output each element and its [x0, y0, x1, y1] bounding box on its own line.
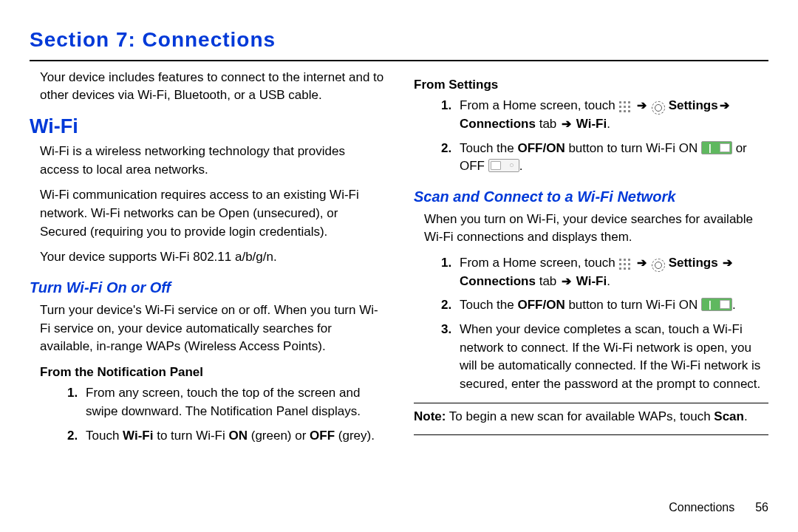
arrow-icon: ➔ [635, 254, 648, 271]
list-item: From a Home screen, touch ➔ Settings➔ Co… [455, 97, 768, 133]
list-item: When your device completes a scan, touch… [455, 321, 768, 394]
arrow-icon: ➔ [718, 97, 731, 114]
page-footer: Connections56 [669, 499, 768, 516]
wifi-desc-1: Wi-Fi is a wireless networking technolog… [30, 143, 384, 179]
list-item: Touch Wi-Fi to turn Wi-Fi ON (green) or … [81, 427, 384, 446]
two-column-layout: Your device includes features to connect… [30, 69, 768, 451]
bold-text: ON [229, 429, 248, 443]
bold-text: OFF/ON [517, 298, 565, 312]
bold-text: Wi-Fi [576, 274, 607, 288]
bold-text: Settings [669, 98, 718, 112]
left-column: Your device includes features to connect… [30, 69, 384, 451]
list-item: Touch the OFF/ON button to turn Wi-Fi ON… [455, 140, 768, 176]
turn-wifi-heading: Turn Wi-Fi On or Off [30, 277, 384, 299]
note-rule-top [414, 403, 768, 403]
scan-paragraph: When you turn on Wi-Fi, your device sear… [414, 211, 768, 247]
step-text: button to turn Wi-Fi ON [565, 141, 701, 155]
settings-gear-icon [652, 259, 665, 272]
bold-text: Connections [460, 274, 536, 288]
notification-panel-heading: From the Notification Panel [40, 364, 384, 382]
note-body: To begin a new scan for available WAPs, … [446, 409, 714, 423]
title-rule [30, 60, 768, 61]
list-item: From a Home screen, touch ➔ Settings ➔ C… [455, 254, 768, 290]
arrow-icon: ➔ [560, 115, 573, 132]
wifi-desc-3: Your device supports Wi-Fi 802.11 a/b/g/… [30, 248, 384, 267]
wifi-desc-2: Wi-Fi communication requires access to a… [30, 186, 384, 241]
note-rule-bottom [414, 434, 768, 435]
scan-steps: From a Home screen, touch ➔ Settings ➔ C… [414, 254, 768, 393]
arrow-icon: ➔ [560, 273, 573, 290]
bold-text: OFF [310, 429, 335, 443]
bold-text: Settings [669, 256, 718, 270]
step-text: Touch the [460, 141, 517, 155]
step-text: tab [536, 274, 560, 288]
bold-text: Scan [714, 409, 744, 423]
toggle-off-icon [488, 159, 519, 172]
section-title: Section 7: Connections [30, 25, 768, 55]
intro-paragraph: Your device includes features to connect… [30, 69, 384, 105]
apps-grid-icon [618, 258, 632, 271]
step-text: tab [536, 117, 560, 131]
right-column: From Settings From a Home screen, touch … [414, 69, 768, 451]
note-line: Note: To begin a new scan for available … [414, 408, 768, 426]
step-text: Touch the [460, 298, 517, 312]
bold-text: Wi-Fi [576, 117, 607, 131]
bold-text: Connections [460, 117, 536, 131]
step-text: Touch [86, 429, 123, 443]
apps-grid-icon [618, 100, 632, 114]
wifi-heading: Wi-Fi [30, 112, 384, 141]
notification-steps: From any screen, touch the top of the sc… [30, 384, 384, 445]
bold-text: OFF/ON [517, 141, 565, 155]
arrow-icon: ➔ [721, 254, 734, 271]
step-text: button to turn Wi-Fi ON [565, 298, 701, 312]
step-text: (green) or [248, 429, 310, 443]
footer-label: Connections [669, 501, 734, 514]
arrow-icon: ➔ [635, 97, 648, 114]
toggle-on-icon [701, 141, 732, 154]
from-settings-heading: From Settings [414, 76, 768, 95]
list-item: From any screen, touch the top of the sc… [81, 384, 384, 420]
step-text: From a Home screen, touch [460, 256, 618, 270]
bold-text: Wi-Fi [123, 429, 153, 443]
note-label: Note: [414, 409, 446, 423]
page-number: 56 [755, 501, 768, 514]
scan-connect-heading: Scan and Connect to a Wi-Fi Network [414, 186, 768, 208]
toggle-on-icon [701, 298, 732, 311]
step-text: When your device completes a scan, touch… [460, 322, 760, 391]
turn-wifi-paragraph: Turn your device's Wi-Fi service on or o… [30, 301, 384, 356]
step-text: From any screen, touch the top of the sc… [86, 386, 361, 418]
from-settings-steps: From a Home screen, touch ➔ Settings➔ Co… [414, 97, 768, 176]
step-text: From a Home screen, touch [460, 98, 618, 112]
step-text: (grey). [335, 429, 375, 443]
settings-gear-icon [652, 101, 665, 115]
list-item: Touch the OFF/ON button to turn Wi-Fi ON… [455, 296, 768, 315]
step-text: to turn Wi-Fi [153, 429, 228, 443]
